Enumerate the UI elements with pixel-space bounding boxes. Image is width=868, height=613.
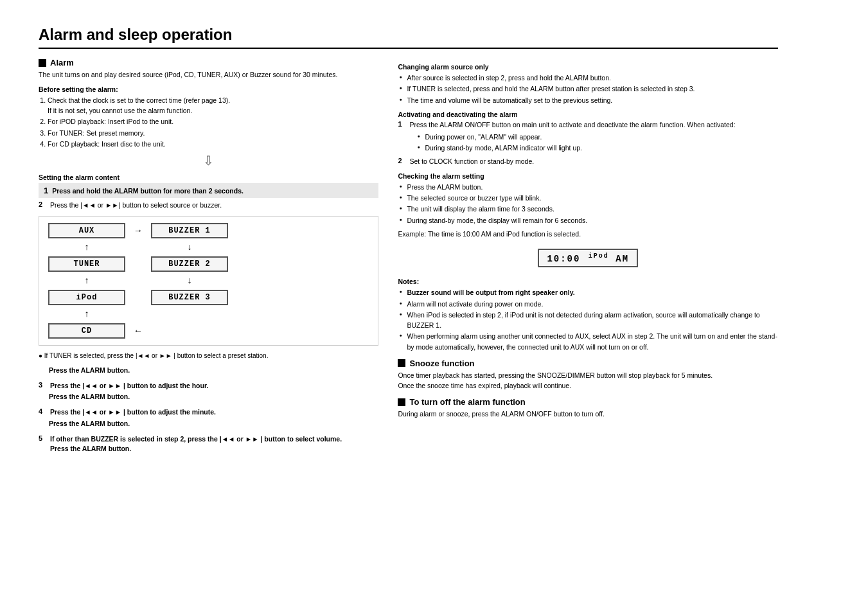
snooze-text: Once timer playback has started, pressin… bbox=[398, 371, 778, 391]
note-tuner: ● If TUNER is selected, press the |◄◄ or… bbox=[39, 351, 378, 360]
arrow-right-1: → bbox=[125, 226, 151, 236]
time-display: 10:00 iPod AM bbox=[538, 249, 638, 268]
step4-number: 4 bbox=[39, 407, 48, 418]
step4-row: 4 Press the |◄◄ or ►► | button to adjust… bbox=[39, 407, 378, 418]
list-item: Alarm will not activate during power on … bbox=[398, 299, 778, 309]
snooze-heading: Snooze function bbox=[398, 359, 778, 368]
arrow-down-2: ↓ bbox=[151, 276, 228, 286]
step2-row: 2 Press the |◄◄ or ►►| button to select … bbox=[39, 200, 378, 211]
activate-step1-row: 1 Press the ALARM ON/OFF button on main … bbox=[398, 120, 778, 130]
time-suffix: AM bbox=[616, 253, 629, 263]
turn-off-heading: To turn off the alarm function bbox=[398, 397, 778, 407]
disp-buzzer2: BUZZER 2 bbox=[151, 256, 228, 272]
disp-buzzer1: BUZZER 1 bbox=[151, 223, 228, 238]
list-item: During stand-by mode, ALARM indicator wi… bbox=[416, 143, 778, 153]
time-ampm: iPod bbox=[589, 253, 609, 260]
left-column: Alarm The unit turns on and play desired… bbox=[39, 58, 378, 456]
arrow-down-1: ↓ bbox=[151, 242, 228, 253]
list-item: For CD playback: Insert disc to the unit… bbox=[48, 139, 378, 149]
activate-sub-list: During power on, "ALARM" will appear. Du… bbox=[398, 132, 778, 154]
press-alarm-label-2: Press the ALARM button. bbox=[39, 392, 378, 402]
press-alarm-label-3: Press the ALARM button. bbox=[39, 419, 378, 429]
checking-example: Example: The time is 10:00 AM and iPod f… bbox=[398, 229, 778, 240]
arrow-up-3: ↑ bbox=[48, 309, 125, 319]
step3-number: 3 bbox=[39, 381, 48, 391]
step1-number: 1 bbox=[44, 186, 48, 195]
checking-heading: Checking the alarm setting bbox=[398, 172, 778, 180]
step5-row: 5 If other than BUZZER is selected in st… bbox=[39, 434, 378, 455]
press-alarm-label-1: Press the ALARM button. bbox=[39, 366, 378, 376]
turn-off-square-icon bbox=[398, 398, 405, 406]
snooze-square-icon bbox=[398, 359, 405, 367]
time-display-container: 10:00 iPod AM bbox=[398, 245, 778, 272]
alarm-heading-text: Alarm bbox=[50, 58, 74, 67]
setting-content-heading: Setting the alarm content bbox=[39, 173, 378, 181]
step3-row: 3 Press the |◄◄ or ►► | button to adjust… bbox=[39, 381, 378, 391]
activate-step1-num: 1 bbox=[398, 120, 407, 130]
disp-aux: AUX bbox=[48, 223, 125, 238]
time-value: 10:00 bbox=[547, 253, 580, 263]
activate-step2-num: 2 bbox=[398, 157, 407, 167]
alarm-section-heading: Alarm bbox=[39, 58, 378, 67]
list-item: During stand-by mode, the display will r… bbox=[398, 215, 778, 226]
list-item: For TUNER: Set preset memory. bbox=[48, 128, 378, 138]
snooze-heading-text: Snooze function bbox=[409, 359, 474, 368]
turn-off-text: During alarm or snooze, press the ALARM … bbox=[398, 409, 778, 420]
source-diagram: AUX → BUZZER 1 ↑ ↓ TUNER BUZZER 2 ↑ bbox=[39, 216, 378, 346]
list-item: During power on, "ALARM" will appear. bbox=[416, 132, 778, 142]
changing-source-heading: Changing alarm source only bbox=[398, 63, 778, 71]
before-alarm-list: Check that the clock is set to the corre… bbox=[39, 95, 378, 149]
list-item: When performing alarm using another unit… bbox=[398, 331, 778, 352]
disp-tuner: TUNER bbox=[48, 256, 125, 272]
list-item: If TUNER is selected, press and hold the… bbox=[398, 84, 778, 94]
step1-text: Press and hold the ALARM button for more… bbox=[52, 187, 244, 195]
list-item: Buzzer sound will be output from right s… bbox=[398, 287, 778, 298]
changing-source-list: After source is selected in step 2, pres… bbox=[398, 73, 778, 105]
list-item: Press the ALARM button. bbox=[398, 182, 778, 192]
activate-step2-row: 2 Set to CLOCK function or stand-by mode… bbox=[398, 157, 778, 167]
list-item: Check that the clock is set to the corre… bbox=[48, 95, 378, 116]
step5-number: 5 bbox=[39, 434, 48, 455]
activate-step1-text: Press the ALARM ON/OFF button on main un… bbox=[409, 120, 735, 130]
step1-box: 1 Press and hold the ALARM button for mo… bbox=[39, 183, 378, 198]
list-item: For iPOD playback: Insert iPod to the un… bbox=[48, 116, 378, 127]
disp-ipod: iPod bbox=[48, 290, 125, 305]
activating-heading: Activating and deactivating the alarm bbox=[398, 111, 778, 118]
turn-off-heading-text: To turn off the alarm function bbox=[409, 397, 525, 407]
alarm-intro: The unit turns on and play desired sourc… bbox=[39, 70, 378, 80]
right-column: Changing alarm source only After source … bbox=[398, 58, 778, 456]
disp-buzzer3: BUZZER 3 bbox=[151, 290, 228, 305]
arrow-up-1: ↑ bbox=[48, 242, 125, 253]
activate-step2-text: Set to CLOCK function or stand-by mode. bbox=[409, 157, 534, 167]
step2-number: 2 bbox=[39, 200, 48, 211]
list-item: When iPod is selected in step 2, if iPod… bbox=[398, 310, 778, 331]
list-item: The selected source or buzzer type will … bbox=[398, 193, 778, 203]
step2-text: Press the |◄◄ or ►►| button to select so… bbox=[50, 200, 222, 211]
down-arrow-divider: ⇩ bbox=[39, 153, 378, 168]
arrow-left-cd: ← bbox=[125, 326, 151, 336]
checking-list: Press the ALARM button. The selected sou… bbox=[398, 182, 778, 226]
notes-list: Buzzer sound will be output from right s… bbox=[398, 287, 778, 352]
list-item: The time and volume will be automaticall… bbox=[398, 95, 778, 105]
list-item: The unit will display the alarm time for… bbox=[398, 204, 778, 214]
before-alarm-heading: Before setting the alarm: bbox=[39, 85, 378, 93]
list-item: After source is selected in step 2, pres… bbox=[398, 73, 778, 83]
step5-text: If other than BUZZER is selected in step… bbox=[50, 434, 342, 455]
disp-cd: CD bbox=[48, 323, 125, 339]
arrow-up-2: ↑ bbox=[48, 276, 125, 286]
alarm-square-icon bbox=[39, 59, 46, 67]
step4-text: Press the |◄◄ or ►► | button to adjust t… bbox=[50, 407, 216, 418]
page-title: Alarm and sleep operation bbox=[39, 26, 778, 49]
step3-text: Press the |◄◄ or ►► | button to adjust t… bbox=[50, 381, 208, 391]
notes-heading: Notes: bbox=[398, 278, 778, 285]
